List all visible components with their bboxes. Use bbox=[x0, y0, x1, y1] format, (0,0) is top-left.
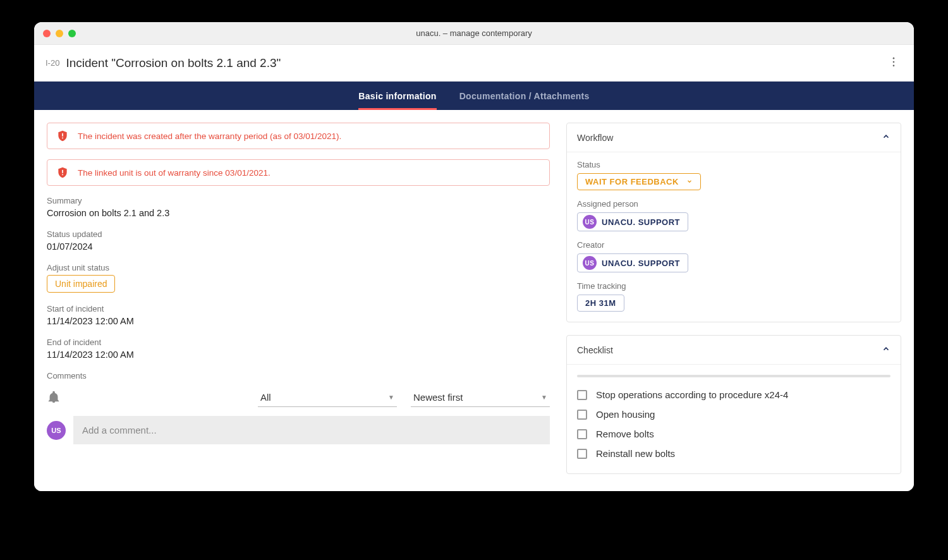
wf-status: Status WAIT FOR FEEDBACK bbox=[577, 160, 890, 190]
alert-text: The incident was created after the warra… bbox=[78, 131, 341, 141]
checklist-progress-bar bbox=[577, 375, 890, 377]
checklist-card: Checklist Stop operations according to p… bbox=[566, 335, 901, 474]
pill-text: UNACU. SUPPORT bbox=[602, 259, 680, 268]
field-value: 11/14/2023 12:00 AM bbox=[47, 350, 550, 360]
avatar: US bbox=[583, 215, 597, 229]
field-label: End of incident bbox=[47, 338, 550, 347]
comment-controls: All ▼ Newest first ▼ bbox=[47, 388, 550, 407]
field-label: Status updated bbox=[47, 229, 550, 239]
card-title: Checklist bbox=[577, 345, 613, 355]
chevron-down-icon: ▼ bbox=[541, 394, 547, 401]
wf-time-tracking: Time tracking 2H 31M bbox=[577, 281, 890, 312]
assigned-person-pill[interactable]: US UNACU. SUPPORT bbox=[577, 212, 688, 231]
title-bar: unacu. – manage contemporary bbox=[34, 22, 914, 45]
checklist-card-header[interactable]: Checklist bbox=[567, 336, 901, 365]
dots-vertical-icon bbox=[887, 56, 900, 68]
side-column: Workflow Status WAIT FOR FEEDBACK bbox=[566, 123, 901, 478]
app-window: unacu. – manage contemporary I-20 Incide… bbox=[34, 22, 914, 491]
svg-rect-4 bbox=[62, 138, 63, 139]
comment-input-row: US bbox=[47, 416, 550, 444]
wf-label: Creator bbox=[577, 240, 890, 250]
svg-rect-6 bbox=[62, 174, 63, 176]
chevron-up-icon bbox=[882, 132, 890, 143]
svg-point-0 bbox=[893, 58, 895, 59]
comment-input[interactable] bbox=[73, 416, 550, 444]
checklist-item-label: Open housing bbox=[596, 409, 655, 420]
checklist-checkbox[interactable] bbox=[577, 390, 587, 400]
alert-text: The linked unit is out of warranty since… bbox=[78, 168, 270, 178]
page-header: I-20 Incident "Corrosion on bolts 2.1 an… bbox=[34, 45, 914, 82]
field-start-of-incident: Start of incident 11/14/2023 12:00 AM bbox=[47, 304, 550, 326]
more-actions-button[interactable] bbox=[885, 53, 902, 73]
chevron-up-icon bbox=[882, 344, 890, 355]
svg-point-2 bbox=[893, 65, 895, 67]
chevron-down-icon bbox=[686, 177, 693, 186]
creator-pill[interactable]: US UNACU. SUPPORT bbox=[577, 253, 688, 272]
avatar: US bbox=[583, 256, 597, 270]
content-area: The incident was created after the warra… bbox=[34, 110, 914, 491]
status-pill[interactable]: WAIT FOR FEEDBACK bbox=[577, 173, 701, 190]
shield-alert-icon bbox=[56, 166, 69, 179]
wf-assigned: Assigned person US UNACU. SUPPORT bbox=[577, 199, 890, 231]
field-value: 01/07/2024 bbox=[47, 241, 550, 252]
field-adjust-unit-status: Adjust unit status Unit impaired bbox=[47, 263, 550, 293]
wf-label: Time tracking bbox=[577, 281, 890, 291]
svg-point-1 bbox=[893, 61, 895, 63]
chevron-down-icon: ▼ bbox=[388, 394, 394, 401]
wf-label: Status bbox=[577, 160, 890, 169]
incident-id: I-20 bbox=[46, 58, 59, 68]
field-summary: Summary Corrosion on bolts 2.1 and 2.3 bbox=[47, 196, 550, 218]
comment-filter-select[interactable]: All ▼ bbox=[258, 388, 397, 407]
field-label: Adjust unit status bbox=[47, 263, 550, 272]
notification-bell-button[interactable] bbox=[47, 390, 61, 406]
checklist-item: Reinstall new bolts bbox=[577, 444, 890, 463]
card-title: Workflow bbox=[577, 133, 613, 143]
field-value: Corrosion on bolts 2.1 and 2.3 bbox=[47, 208, 550, 218]
traffic-lights bbox=[43, 30, 76, 37]
minimize-window-button[interactable] bbox=[56, 30, 63, 37]
close-window-button[interactable] bbox=[43, 30, 51, 37]
page-title: Incident "Corrosion on bolts 2.1 and 2.3… bbox=[66, 56, 281, 70]
alert-warranty-created: The incident was created after the warra… bbox=[47, 123, 550, 149]
shield-alert-icon bbox=[56, 130, 69, 142]
checklist-item: Open housing bbox=[577, 405, 890, 424]
checklist-item: Remove bolts bbox=[577, 424, 890, 444]
field-value: 11/14/2023 12:00 AM bbox=[47, 316, 550, 326]
select-value: Newest first bbox=[413, 392, 463, 403]
comments-label: Comments bbox=[47, 371, 550, 380]
checklist-checkbox[interactable] bbox=[577, 410, 587, 420]
workflow-card: Workflow Status WAIT FOR FEEDBACK bbox=[566, 123, 901, 322]
tab-bar: Basic information Documentation / Attach… bbox=[34, 82, 914, 110]
checklist-item-label: Stop operations according to procedure x… bbox=[596, 389, 788, 400]
unit-status-pill[interactable]: Unit impaired bbox=[47, 275, 115, 293]
field-label: Summary bbox=[47, 196, 550, 205]
comment-sort-select[interactable]: Newest first ▼ bbox=[411, 388, 550, 407]
pill-text: UNACU. SUPPORT bbox=[602, 217, 680, 227]
time-tracking-pill[interactable]: 2H 31M bbox=[577, 295, 624, 312]
checklist-checkbox[interactable] bbox=[577, 429, 587, 439]
svg-rect-3 bbox=[62, 133, 63, 137]
avatar: US bbox=[47, 421, 66, 440]
field-label: Start of incident bbox=[47, 304, 550, 313]
checklist-item-label: Reinstall new bolts bbox=[596, 448, 675, 459]
alert-unit-warranty: The linked unit is out of warranty since… bbox=[47, 159, 550, 186]
workflow-card-header[interactable]: Workflow bbox=[567, 123, 901, 152]
checklist-item-label: Remove bolts bbox=[596, 429, 654, 439]
workflow-card-body: Status WAIT FOR FEEDBACK Assigned person… bbox=[567, 152, 901, 322]
svg-rect-5 bbox=[62, 170, 63, 173]
wf-creator: Creator US UNACU. SUPPORT bbox=[577, 240, 890, 272]
main-column: The incident was created after the warra… bbox=[47, 123, 550, 478]
checklist-checkbox[interactable] bbox=[577, 449, 587, 459]
checklist-card-body: Stop operations according to procedure x… bbox=[567, 365, 901, 473]
checklist-item: Stop operations according to procedure x… bbox=[577, 385, 890, 405]
field-status-updated: Status updated 01/07/2024 bbox=[47, 229, 550, 252]
wf-label: Assigned person bbox=[577, 199, 890, 209]
tab-basic-information[interactable]: Basic information bbox=[358, 82, 436, 110]
field-end-of-incident: End of incident 11/14/2023 12:00 AM bbox=[47, 338, 550, 360]
select-value: All bbox=[260, 392, 271, 403]
pill-text: WAIT FOR FEEDBACK bbox=[585, 177, 679, 186]
maximize-window-button[interactable] bbox=[68, 30, 76, 37]
tab-documentation[interactable]: Documentation / Attachments bbox=[459, 82, 590, 110]
window-title: unacu. – manage contemporary bbox=[34, 28, 914, 38]
bell-icon bbox=[47, 390, 61, 404]
